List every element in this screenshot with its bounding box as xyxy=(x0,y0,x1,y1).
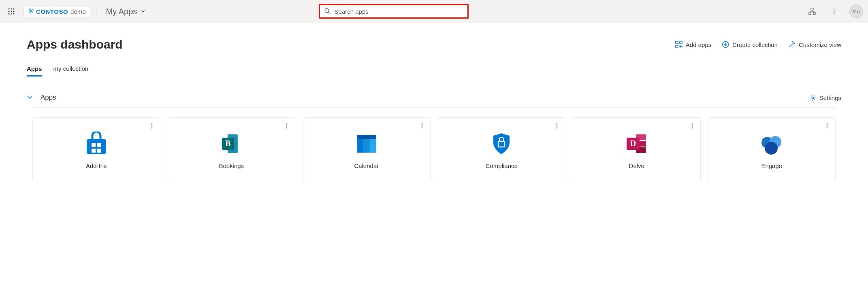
tile-more-button[interactable] xyxy=(823,122,831,130)
tile-more-button[interactable] xyxy=(418,122,426,130)
add-apps-label: Add apps xyxy=(686,41,711,48)
svg-point-54 xyxy=(827,125,828,127)
avatar-initials: MA xyxy=(852,9,860,15)
svg-point-35 xyxy=(421,125,422,127)
create-collection-label: Create collection xyxy=(732,41,778,48)
section-header: Apps Settings xyxy=(27,94,841,106)
search-box[interactable] xyxy=(319,4,469,19)
svg-point-20 xyxy=(794,43,795,44)
app-tile-calendar[interactable]: Calendar xyxy=(303,117,431,182)
gear-icon xyxy=(809,94,816,101)
engage-icon xyxy=(759,131,785,157)
svg-point-9 xyxy=(325,9,329,13)
customize-view-label: Customize view xyxy=(799,41,841,48)
svg-point-34 xyxy=(421,123,422,125)
svg-point-22 xyxy=(151,123,152,125)
svg-rect-26 xyxy=(97,143,101,147)
section-collapse-toggle[interactable]: Apps xyxy=(27,94,56,102)
app-tile-engage[interactable]: Engage xyxy=(708,117,836,182)
svg-point-46 xyxy=(691,125,693,127)
section-divider xyxy=(32,107,836,108)
tile-more-button[interactable] xyxy=(148,122,156,130)
customize-view-button[interactable]: Customize view xyxy=(788,41,841,48)
app-launcher-button[interactable] xyxy=(5,5,18,18)
svg-text:B: B xyxy=(226,139,231,148)
tab-label: my collection xyxy=(53,65,89,72)
svg-point-0 xyxy=(8,8,9,9)
tile-more-button[interactable] xyxy=(283,122,291,130)
org-structure-button[interactable] xyxy=(806,5,819,18)
contoso-mark-icon xyxy=(28,8,34,15)
svg-point-24 xyxy=(151,128,152,129)
tile-more-button[interactable] xyxy=(688,122,696,130)
svg-rect-10 xyxy=(811,8,813,10)
search-icon xyxy=(324,8,331,15)
svg-rect-16 xyxy=(676,45,678,48)
add-apps-button[interactable]: Add apps xyxy=(675,41,711,48)
tile-more-button[interactable] xyxy=(553,122,561,130)
app-label: Engage xyxy=(761,162,782,169)
svg-point-53 xyxy=(827,123,828,125)
svg-rect-37 xyxy=(357,135,376,139)
brand-suffix: demo xyxy=(70,8,86,15)
delve-icon: D xyxy=(624,131,650,157)
header-bar: CONTOSO demo My Apps MA xyxy=(0,0,868,23)
addins-icon xyxy=(83,131,109,157)
svg-point-30 xyxy=(286,125,288,127)
tab-my-collection[interactable]: my collection xyxy=(53,65,89,77)
svg-rect-15 xyxy=(680,41,682,44)
svg-point-18 xyxy=(793,42,794,43)
brand-name: CONTOSO xyxy=(36,8,68,15)
grid-plus-icon xyxy=(675,41,682,48)
page-title: Apps dashboard xyxy=(27,38,123,51)
svg-point-13 xyxy=(834,13,834,14)
my-apps-dropdown[interactable]: My Apps xyxy=(102,4,150,19)
search-input[interactable] xyxy=(335,8,463,15)
app-tile-delve[interactable]: D Delve xyxy=(573,117,701,182)
bookings-icon: B xyxy=(218,131,244,157)
svg-point-45 xyxy=(691,123,693,125)
svg-rect-14 xyxy=(676,41,678,44)
section-settings-button[interactable]: Settings xyxy=(809,94,841,101)
create-collection-button[interactable]: Create collection xyxy=(722,41,778,48)
svg-point-41 xyxy=(557,123,558,125)
plus-circle-icon xyxy=(722,41,729,48)
tab-bar: Apps my collection xyxy=(27,65,841,77)
svg-point-6 xyxy=(8,13,9,14)
svg-point-5 xyxy=(13,11,14,12)
app-label: Delve xyxy=(629,162,644,169)
app-label: Bookings xyxy=(219,162,244,169)
main-content: Apps dashboard Add apps Create collecti xyxy=(0,23,868,193)
svg-point-43 xyxy=(557,128,558,129)
svg-rect-28 xyxy=(97,149,101,153)
user-avatar[interactable]: MA xyxy=(849,4,863,18)
svg-point-42 xyxy=(557,125,558,127)
svg-rect-11 xyxy=(809,13,811,15)
svg-text:D: D xyxy=(630,139,636,148)
chevron-down-icon xyxy=(140,9,146,14)
tab-apps[interactable]: Apps xyxy=(27,65,42,77)
header-divider xyxy=(96,6,96,17)
app-label: Compliance xyxy=(486,162,518,169)
svg-point-29 xyxy=(286,123,288,125)
wand-icon xyxy=(788,41,795,48)
title-row: Apps dashboard Add apps Create collecti xyxy=(27,38,841,51)
app-tile-bookings[interactable]: B Bookings xyxy=(168,117,296,182)
svg-point-8 xyxy=(13,13,14,14)
svg-point-1 xyxy=(11,8,12,9)
chevron-down-icon xyxy=(27,94,33,102)
svg-point-7 xyxy=(11,13,12,14)
app-label: Add-Ins xyxy=(86,162,107,169)
svg-point-36 xyxy=(421,128,422,129)
tab-label: Apps xyxy=(27,65,42,72)
svg-point-21 xyxy=(812,97,814,99)
app-tile-compliance[interactable]: Compliance xyxy=(438,117,566,182)
help-button[interactable] xyxy=(827,5,840,18)
app-tile-add-ins[interactable]: Add-Ins xyxy=(32,117,160,182)
page-actions: Add apps Create collection Customize vie… xyxy=(675,41,841,48)
svg-point-19 xyxy=(792,41,793,42)
svg-point-2 xyxy=(13,8,14,9)
org-logo: CONTOSO demo xyxy=(23,6,90,17)
apps-grid: Add-Ins B Bookings xyxy=(27,115,841,185)
header-right: MA xyxy=(806,4,863,18)
